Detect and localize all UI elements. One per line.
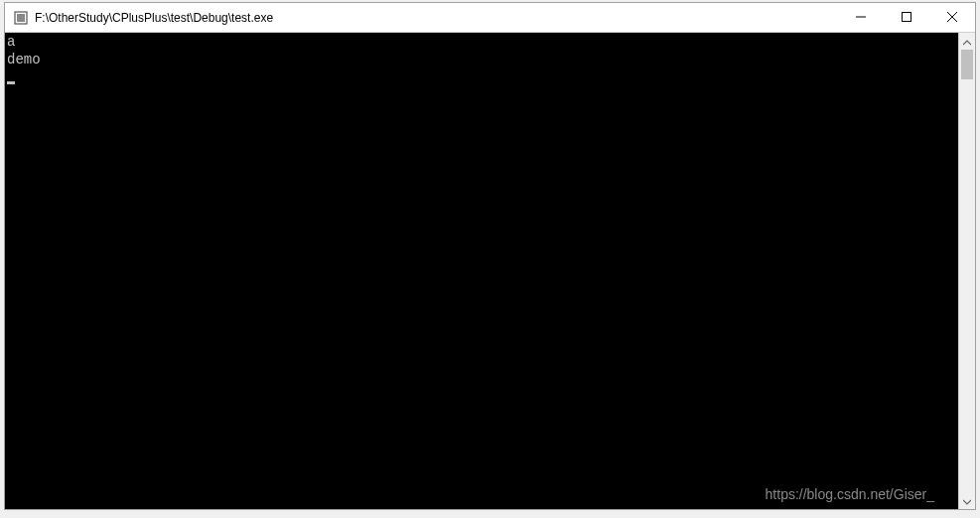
chevron-up-icon: [963, 33, 971, 51]
svg-rect-1: [17, 14, 25, 22]
close-button[interactable]: [929, 3, 975, 32]
console-output[interactable]: a demo https://blog.csdn.net/Giser_: [5, 33, 958, 509]
window-title: F:\OtherStudy\CPlusPlus\test\Debug\test.…: [35, 11, 838, 25]
window-controls: [838, 3, 975, 32]
watermark-text: https://blog.csdn.net/Giser_: [766, 485, 934, 503]
console-cursor-line: [5, 68, 958, 86]
console-line: demo: [5, 51, 958, 68]
maximize-button[interactable]: [884, 3, 929, 32]
cursor: [7, 81, 15, 84]
scroll-track[interactable]: [959, 50, 975, 492]
titlebar[interactable]: F:\OtherStudy\CPlusPlus\test\Debug\test.…: [5, 3, 975, 33]
app-icon: [13, 10, 29, 26]
minimize-button[interactable]: [838, 3, 884, 32]
svg-rect-3: [903, 13, 911, 22]
vertical-scrollbar[interactable]: [958, 33, 975, 509]
scroll-thumb[interactable]: [961, 50, 973, 79]
maximize-icon: [902, 10, 911, 25]
scroll-down-button[interactable]: [959, 492, 975, 509]
minimize-icon: [856, 10, 866, 25]
close-icon: [947, 10, 957, 25]
console-line: a: [5, 33, 958, 51]
window-body: a demo https://blog.csdn.net/Giser_: [5, 33, 975, 509]
scroll-up-button[interactable]: [959, 33, 975, 50]
chevron-down-icon: [963, 492, 971, 510]
console-window: F:\OtherStudy\CPlusPlus\test\Debug\test.…: [4, 2, 976, 510]
